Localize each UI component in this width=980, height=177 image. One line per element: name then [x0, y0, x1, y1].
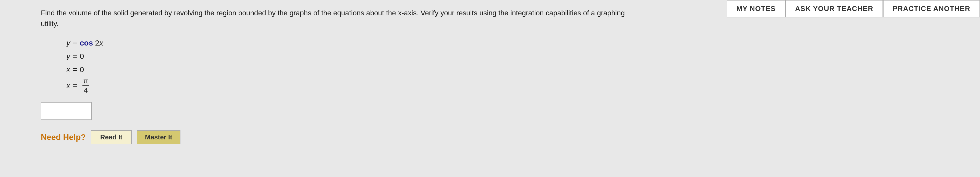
need-help-label: Need Help? — [41, 132, 86, 142]
equations-block: y = cos 2x y = 0 x = 0 x = π 4 — [66, 37, 965, 94]
main-content: Find the volume of the solid generated b… — [25, 0, 980, 154]
eq2-operator: = — [73, 50, 77, 63]
eq3-right: 0 — [80, 63, 84, 76]
answer-input-box[interactable] — [41, 102, 92, 120]
eq1-left: y — [66, 37, 70, 49]
answer-input[interactable] — [41, 103, 91, 119]
cos-text: cos — [80, 39, 93, 47]
eq2-right: 0 — [80, 50, 84, 63]
eq3-left: x — [66, 63, 70, 76]
eq4-left: x — [66, 80, 70, 92]
fraction-numerator: π — [83, 77, 89, 86]
eq1-operator: = — [73, 37, 77, 49]
eq4-operator: = — [73, 80, 77, 92]
fraction-denominator: 4 — [83, 86, 89, 95]
read-it-button[interactable]: Read It — [91, 130, 132, 144]
equation-4: x = π 4 — [66, 77, 965, 94]
master-it-button[interactable]: Master It — [137, 130, 180, 144]
eq2-left: y — [66, 50, 70, 63]
problem-line1: Find the volume of the solid generated b… — [41, 9, 625, 17]
need-help-row: Need Help? Read It Master It — [41, 130, 965, 144]
problem-line2: utility. — [41, 20, 59, 27]
eq3-operator: = — [73, 63, 77, 76]
equation-2: y = 0 — [66, 50, 965, 63]
eq1-right: cos 2x — [80, 37, 103, 49]
equation-1: y = cos 2x — [66, 37, 965, 49]
equation-3: x = 0 — [66, 63, 965, 76]
problem-text: Find the volume of the solid generated b… — [41, 8, 704, 29]
eq4-fraction: π 4 — [83, 77, 89, 94]
